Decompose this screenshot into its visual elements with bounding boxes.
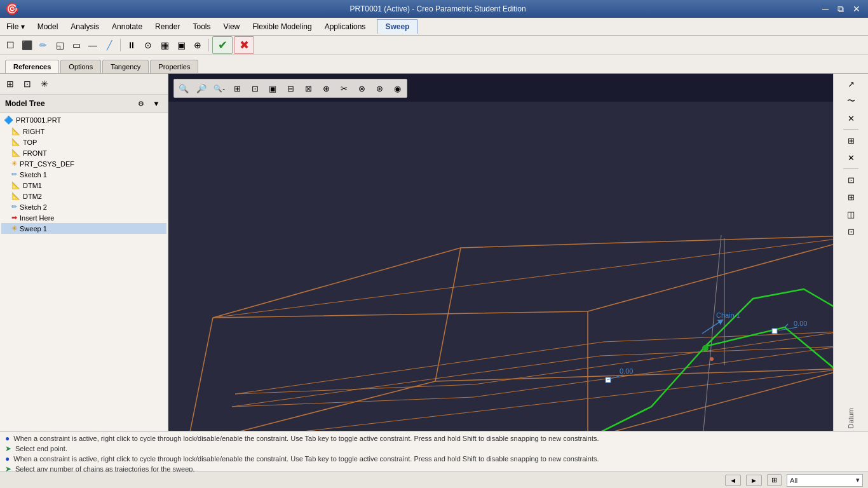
- tree-item-dtm1[interactable]: 📐 DTM1: [1, 180, 166, 191]
- rtb-sep2: [843, 168, 858, 169]
- tb-grid2[interactable]: ▣: [173, 37, 189, 53]
- filter-arrow[interactable]: ▾: [856, 476, 860, 484]
- vp-analysis2[interactable]: ⊛: [371, 81, 388, 96]
- tb-line-d[interactable]: ╱: [102, 37, 117, 53]
- status-line-3: ● When a constraint is active, right cli…: [5, 454, 863, 463]
- rtb-btn1[interactable]: ↗: [842, 76, 860, 92]
- tree-label-dtm2: DTM2: [23, 193, 42, 200]
- vp-analysis1[interactable]: ⊗: [353, 81, 370, 96]
- tree-item-top[interactable]: 📐 TOP: [1, 137, 166, 147]
- status-icon-btn[interactable]: ⊞: [767, 474, 782, 486]
- menu-model[interactable]: Model: [31, 18, 65, 35]
- rtb-btn7[interactable]: ⊞: [842, 189, 860, 205]
- tab-sweep[interactable]: Sweep: [377, 19, 417, 34]
- tree-item-insert[interactable]: ➡ Insert Here: [1, 212, 166, 223]
- tb-select[interactable]: ☐: [3, 37, 18, 53]
- tree-label-right: RIGHT: [23, 128, 44, 135]
- subtab-options[interactable]: Options: [60, 60, 101, 73]
- rtb-btn2[interactable]: 〜: [842, 93, 860, 109]
- status-msg-1: When a constraint is active, right click…: [13, 435, 599, 442]
- rtb-btn5[interactable]: ✕: [842, 150, 860, 165]
- minimize-button[interactable]: ─: [820, 4, 831, 15]
- rtb-btn9[interactable]: ⊡: [842, 224, 860, 239]
- vp-view1[interactable]: ⊡: [247, 81, 263, 96]
- subtab-properties[interactable]: Properties: [150, 60, 198, 73]
- vp-analysis3[interactable]: ◉: [389, 81, 405, 96]
- lp-icon1[interactable]: ⊞: [3, 76, 18, 92]
- filter-dropdown[interactable]: All ▾: [787, 474, 863, 487]
- tree-item-sketch1[interactable]: ✏ Sketch 1: [1, 169, 166, 180]
- menu-applications[interactable]: Applications: [318, 18, 372, 35]
- 3d-canvas[interactable]: Chain 1 Origin 0.00 0.00: [168, 102, 868, 431]
- rtb-sep1: [843, 129, 858, 130]
- right-toolbar: ↗ 〜 ✕ ⊞ ✕ ⊡ ⊞ ◫ ⊡ Datum: [833, 74, 868, 431]
- cancel-button[interactable]: ✖: [234, 36, 254, 54]
- menu-render[interactable]: Render: [149, 18, 186, 35]
- datum-label: Datum: [847, 408, 855, 428]
- vp-render[interactable]: ⊕: [318, 81, 334, 96]
- left-panel-toolbar: ⊞ ⊡ ✳: [0, 74, 168, 95]
- model-tree-menu[interactable]: ▼: [150, 97, 163, 110]
- tree-item-csys[interactable]: ✳ PRT_CSYS_DEF: [1, 158, 166, 169]
- tree-item-sweep1[interactable]: ✳ Sweep 1: [1, 223, 166, 234]
- menu-view[interactable]: View: [217, 18, 246, 35]
- vp-view2[interactable]: ▣: [264, 81, 281, 96]
- tb-rect[interactable]: ▭: [69, 37, 84, 53]
- status-nav-next[interactable]: ►: [746, 475, 762, 486]
- viewport[interactable]: 🔍 🔎 🔍- ⊞ ⊡ ▣ ⊟ ⊠ ⊕ ✂ ⊗ ⊛ ◉: [168, 74, 868, 431]
- svg-point-16: [710, 357, 714, 361]
- menu-file[interactable]: File ▾: [0, 18, 31, 35]
- tb-connect[interactable]: ⊕: [190, 37, 205, 53]
- tb-pause[interactable]: ⏸: [124, 37, 139, 53]
- tb-edit[interactable]: ✏: [36, 37, 51, 53]
- bullet-2: ●: [5, 454, 10, 463]
- rtb-btn8[interactable]: ◫: [842, 207, 860, 222]
- svg-rect-0: [168, 102, 868, 431]
- left-panel: ⊞ ⊡ ✳ Model Tree ⚙ ▼ 🔷 PRT0001.PRT 📐 RIG…: [0, 74, 168, 431]
- vp-orient[interactable]: ⊞: [229, 81, 245, 96]
- tree-item-root[interactable]: 🔷 PRT0001.PRT: [1, 114, 166, 126]
- vp-zoom-out[interactable]: 🔍-: [211, 81, 227, 96]
- close-button[interactable]: ✕: [850, 4, 863, 15]
- confirm-button[interactable]: ✔: [212, 36, 233, 54]
- svg-text:0.00: 0.00: [620, 367, 633, 375]
- tb-corner[interactable]: ◱: [52, 37, 67, 53]
- vp-cut[interactable]: ✂: [336, 81, 352, 96]
- restore-button[interactable]: ⧉: [835, 4, 846, 15]
- menu-flexible[interactable]: Flexible Modeling: [246, 18, 318, 35]
- rtb-btn3[interactable]: ✕: [842, 111, 860, 126]
- menu-tools[interactable]: Tools: [186, 18, 217, 35]
- tree-label-front: FRONT: [23, 149, 47, 157]
- subtab-tangency[interactable]: Tangency: [102, 60, 149, 73]
- rtb-btn6[interactable]: ⊡: [842, 172, 860, 187]
- tree-label-sketch1: Sketch 1: [20, 171, 47, 179]
- viewport-toolbar: 🔍 🔎 🔍- ⊞ ⊡ ▣ ⊟ ⊠ ⊕ ✂ ⊗ ⊛ ◉: [173, 79, 407, 98]
- tb-fill[interactable]: ⬛: [19, 37, 34, 53]
- menu-annotate[interactable]: Annotate: [105, 18, 149, 35]
- vp-zoom-in[interactable]: 🔎: [193, 81, 210, 96]
- tb-line-h[interactable]: —: [85, 37, 100, 53]
- tree-item-sketch2[interactable]: ✏ Sketch 2: [1, 201, 166, 212]
- filter-value: All: [790, 477, 856, 484]
- tree-item-right[interactable]: 📐 RIGHT: [1, 126, 166, 137]
- menubar: File ▾ Model Analysis Annotate Render To…: [0, 18, 868, 36]
- status-nav-prev[interactable]: ◄: [725, 475, 741, 486]
- tree-label-root: PRT0001.PRT: [16, 116, 61, 124]
- lp-icon3[interactable]: ✳: [37, 76, 52, 92]
- subtab-references[interactable]: References: [5, 60, 59, 73]
- tree-item-dtm2[interactable]: 📐 DTM2: [1, 191, 166, 201]
- tb-circle[interactable]: ⊙: [140, 37, 156, 53]
- bullet-1: ●: [5, 434, 10, 443]
- vp-zoom-fit[interactable]: 🔍: [175, 81, 192, 96]
- tree-label-sweep1: Sweep 1: [20, 225, 47, 233]
- model-tree-settings[interactable]: ⚙: [135, 97, 147, 110]
- vp-view3[interactable]: ⊟: [282, 81, 299, 96]
- tree-item-front[interactable]: 📐 FRONT: [1, 147, 166, 158]
- rtb-btn4[interactable]: ⊞: [842, 133, 860, 148]
- main-area: ⊞ ⊡ ✳ Model Tree ⚙ ▼ 🔷 PRT0001.PRT 📐 RIG…: [0, 74, 868, 431]
- vp-section[interactable]: ⊠: [300, 81, 316, 96]
- lp-icon2[interactable]: ⊡: [20, 76, 35, 92]
- tb-grid1[interactable]: ▦: [157, 37, 172, 53]
- menu-analysis[interactable]: Analysis: [64, 18, 105, 35]
- svg-point-15: [702, 345, 709, 351]
